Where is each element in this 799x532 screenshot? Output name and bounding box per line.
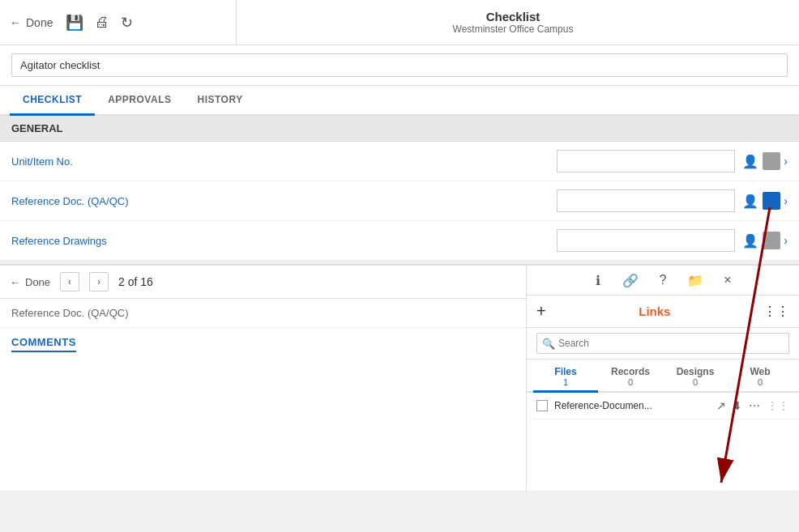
header-center: Checklist Westminster Office Campus bbox=[237, 10, 789, 35]
links-tab-files[interactable]: Files 1 bbox=[533, 360, 598, 393]
gray-square-icon-2 bbox=[763, 232, 780, 249]
panel-back-arrow: ← bbox=[10, 276, 20, 288]
ref-doc-field-bottom: Reference Doc. (QA/QC) bbox=[0, 299, 526, 328]
unit-input-area: 👤 › bbox=[173, 150, 788, 172]
back-arrow-icon: ← bbox=[10, 16, 21, 29]
ref-drawings-input[interactable] bbox=[557, 229, 735, 252]
files-tab-label: Files bbox=[554, 366, 576, 377]
unit-item-label: Unit/Item No. bbox=[11, 155, 173, 168]
records-tab-count: 0 bbox=[601, 377, 660, 387]
ref-doc-placeholder-text: Reference Doc. (QA/QC) bbox=[11, 307, 129, 319]
links-tabs: Files 1 Records 0 Designs 0 Web 0 bbox=[527, 360, 799, 393]
tab-approvals[interactable]: APPROVALS bbox=[95, 86, 184, 116]
person-icon-3: 👤 bbox=[741, 232, 759, 249]
ref-drawings-input-area: 👤 › bbox=[173, 229, 788, 252]
header-subtitle: Westminster Office Campus bbox=[237, 23, 789, 35]
close-icon[interactable]: × bbox=[716, 269, 739, 292]
panel-back-label: Done bbox=[25, 276, 50, 288]
ref-doc-input[interactable] bbox=[557, 189, 735, 212]
help-icon[interactable]: ? bbox=[652, 269, 674, 292]
left-panel: ← Done ‹ › 2 of 16 Reference Doc. (QA/QC… bbox=[0, 266, 527, 491]
file-checkbox[interactable] bbox=[536, 400, 548, 411]
form-area: Unit/Item No. 👤 › Reference Doc. (QA/QC)… bbox=[0, 142, 799, 261]
web-tab-count: 0 bbox=[731, 377, 789, 387]
links-tab-designs[interactable]: Designs 0 bbox=[663, 360, 728, 393]
file-item: Reference-Documen... ↗ ⬇ ⋯ ⋮⋮ bbox=[527, 393, 799, 419]
drag-handle-icon: ⋮⋮ bbox=[767, 399, 789, 412]
download-icon[interactable]: ⬇ bbox=[733, 399, 742, 412]
search-icon: 🔍 bbox=[542, 338, 555, 350]
unit-input[interactable] bbox=[557, 150, 735, 172]
title-bar bbox=[0, 45, 799, 86]
links-toolbar-icons: ℹ 🔗 ? 📁 × bbox=[527, 266, 799, 296]
bottom-panel: ← Done ‹ › 2 of 16 Reference Doc. (QA/QC… bbox=[0, 264, 799, 491]
grid-icon[interactable]: ⋮⋮ bbox=[763, 304, 789, 319]
form-row-ref-drawings: Reference Drawings 👤 › bbox=[0, 221, 799, 261]
links-header: + Links ⋮⋮ bbox=[527, 296, 799, 328]
section-header: GENERAL bbox=[0, 116, 799, 142]
more-options-icon[interactable]: ⋯ bbox=[749, 399, 760, 412]
links-panel: ℹ 🔗 ? 📁 × + Links ⋮⋮ 🔍 bbox=[527, 266, 799, 491]
folder-icon[interactable]: 📁 bbox=[684, 269, 707, 292]
links-title: Links bbox=[553, 304, 757, 318]
search-bar: 🔍 bbox=[527, 328, 799, 360]
info-icon[interactable]: ℹ bbox=[587, 269, 609, 292]
designs-tab-label: Designs bbox=[677, 366, 715, 377]
records-tab-label: Records bbox=[611, 366, 650, 377]
prev-button[interactable]: ‹ bbox=[60, 272, 79, 292]
file-name: Reference-Documen... bbox=[554, 400, 710, 411]
chevron-right-icon-2[interactable]: › bbox=[784, 194, 788, 207]
form-row-unit: Unit/Item No. 👤 › bbox=[0, 142, 799, 181]
tab-checklist[interactable]: CHECKLIST bbox=[10, 86, 95, 116]
ref-drawings-label: Reference Drawings bbox=[11, 235, 173, 247]
ref-doc-input-area: 👤 › bbox=[173, 189, 788, 212]
comments-label: COMMENTS bbox=[11, 336, 76, 352]
gray-square-icon bbox=[763, 152, 780, 170]
back-button[interactable]: ← Done bbox=[10, 16, 53, 29]
back-label: Done bbox=[26, 16, 53, 29]
refresh-icon[interactable]: ↻ bbox=[121, 14, 133, 32]
chevron-right-icon-1[interactable]: › bbox=[784, 155, 788, 168]
title-input[interactable] bbox=[11, 53, 788, 77]
links-tab-records[interactable]: Records 0 bbox=[598, 360, 663, 393]
person-icon: 👤 bbox=[741, 152, 759, 170]
chevron-right-icon-3[interactable]: › bbox=[784, 234, 788, 247]
ref-doc-icons: 👤 › bbox=[741, 192, 788, 210]
print-icon[interactable]: 🖨 bbox=[95, 14, 109, 32]
header-icons: 💾 🖨 ↻ bbox=[66, 14, 133, 32]
header: ← Done 💾 🖨 ↻ Checklist Westminster Offic… bbox=[0, 0, 799, 45]
open-external-icon[interactable]: ↗ bbox=[716, 399, 726, 412]
designs-tab-count: 0 bbox=[666, 377, 724, 387]
save-icon[interactable]: 💾 bbox=[66, 14, 83, 32]
next-button[interactable]: › bbox=[89, 272, 109, 292]
page-indicator: 2 of 16 bbox=[118, 275, 153, 288]
file-icons: ↗ ⬇ ⋯ ⋮⋮ bbox=[716, 399, 789, 412]
form-row-ref-doc: Reference Doc. (QA/QC) 👤 › bbox=[0, 181, 799, 221]
search-input[interactable] bbox=[536, 333, 789, 354]
header-left: ← Done 💾 🖨 ↻ bbox=[10, 0, 237, 45]
tabs: CHECKLIST APPROVALS HISTORY bbox=[0, 86, 799, 116]
person-icon-2: 👤 bbox=[741, 192, 759, 210]
tab-history[interactable]: HISTORY bbox=[184, 86, 255, 116]
ref-doc-label: Reference Doc. (QA/QC) bbox=[11, 195, 173, 207]
web-tab-label: Web bbox=[750, 366, 770, 377]
files-tab-count: 1 bbox=[536, 377, 595, 387]
links-tab-web[interactable]: Web 0 bbox=[728, 360, 793, 393]
add-link-button[interactable]: + bbox=[536, 302, 546, 321]
header-title: Checklist bbox=[237, 10, 789, 23]
comments-section: COMMENTS bbox=[0, 328, 526, 491]
ref-drawings-icons: 👤 › bbox=[741, 232, 788, 249]
search-input-wrap: 🔍 bbox=[536, 333, 789, 354]
unit-icons: 👤 › bbox=[741, 152, 788, 170]
link-icon[interactable]: 🔗 bbox=[619, 269, 642, 292]
panel-back-button[interactable]: ← Done bbox=[10, 276, 50, 288]
panel-toolbar: ← Done ‹ › 2 of 16 bbox=[0, 266, 526, 299]
blue-square-icon[interactable] bbox=[763, 192, 780, 210]
